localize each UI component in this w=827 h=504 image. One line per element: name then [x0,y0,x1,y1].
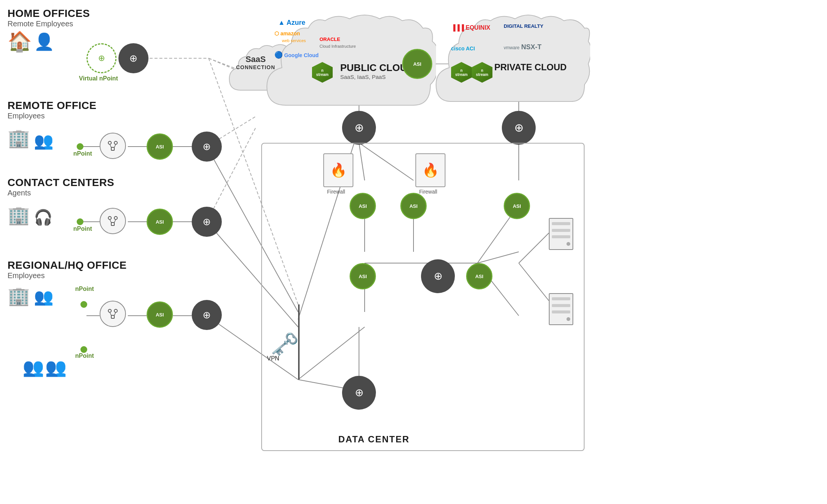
virtual-npoint-circle: ⊕ [86,43,117,73]
server-top [549,218,573,250]
svg-line-43 [110,144,111,147]
house-icon: 🏠 [8,30,32,53]
router-hq: ⊕ [192,300,222,330]
person-icon: 👤 [34,32,55,51]
vpn-key-icon: 🗝️ [271,331,299,357]
remote-npoint-label: nPoint [73,150,92,157]
regional-hq-section: REGIONAL/HQ OFFICE Employees [8,259,127,280]
headset-icon: 🎧 [34,209,53,226]
azure-brand: ▲ Azure [278,19,305,27]
datacenter-label: DATA CENTER [338,434,410,445]
asi-dc-center-bottom: ASI [350,263,376,289]
asi-public-cloud: ASI [402,49,432,79]
asi-dc-fr-label: ASI [513,203,521,209]
equinix-brand: ▐▐▐ EQUINIX [451,24,490,31]
home-offices-title: HOME OFFICES [8,8,90,20]
contact-npoint-dot [77,218,83,225]
router-public-cloud: ⊕ [342,111,376,145]
server-bottom [549,293,573,325]
asi-label-contact: ASI [156,219,164,225]
digital-realty-brand: DIGITAL REALTY [504,23,543,29]
private-cloud-title: PRIVATE CLOUD [494,62,566,73]
group-hq-icon: 👥 [34,288,53,306]
regional-hq-title: REGIONAL/HQ OFFICE [8,259,127,271]
crosshair-private-icon: ⊕ [514,122,524,133]
home-offices-subtitle: Remote Employees [8,20,90,28]
crosshair-contact-icon: ⊕ [203,217,211,227]
crosshair-dc-bottom-icon: ⊕ [355,387,364,398]
firewall-right-box: 🔥 [415,153,445,187]
router-private-cloud: ⊕ [502,111,536,145]
building-hq-icon: 🏢 [8,286,30,307]
asi-label-public: ASI [413,61,421,67]
asi-dc-lu-label: ASI [359,203,367,209]
asi-label-hq: ASI [156,312,164,318]
firewall-left-box: 🔥 [323,153,353,187]
svg-rect-52 [111,315,114,318]
switch-remote [100,133,126,159]
flame-left-icon: 🔥 [330,162,347,178]
contact-npoint-label: nPoint [73,226,92,232]
svg-point-46 [114,216,117,219]
asi-dc-left-upper: ASI [350,193,376,219]
switch-contact [100,208,126,234]
crosshair-remote-icon: ⊕ [203,142,211,151]
private-cloud-name: PRIVATE CLOUD [494,62,566,73]
group-remote-icon: 👥 [34,132,53,150]
router-remote: ⊕ [192,132,222,162]
asi-dc-right-upper: ASI [400,193,427,219]
svg-line-54 [114,312,116,315]
asi-dc-rl-label: ASI [475,274,483,279]
asi-dc-right-lower: ASI [466,263,492,289]
regional-hq-subtitle: Employees [8,271,127,280]
svg-point-41 [114,141,117,144]
remote-office-subtitle: Employees [8,112,97,120]
asi-label-remote: ASI [156,144,164,150]
firewall-right-label: Firewall [419,189,437,195]
flame-right-icon: 🔥 [422,162,439,178]
firewall-left-label: Firewall [327,189,345,195]
google-brand: 🔵 Google Cloud [274,51,319,59]
hq-npoint-dot-top [80,301,87,308]
asi-contact: ASI [147,209,173,235]
svg-line-53 [110,312,111,315]
router-dc-center: ⊕ [421,259,455,293]
router-dc-bottom: ⊕ [342,376,376,410]
remote-office-section: REMOTE OFFICE Employees [8,100,97,120]
asi-hq: ASI [147,301,173,328]
svg-line-48 [110,219,111,222]
home-offices-section: HOME OFFICES Remote Employees [8,8,90,28]
svg-point-45 [108,216,111,219]
crosshair-public-icon: ⊕ [354,122,364,133]
router-contact: ⊕ [192,207,222,237]
contact-centers-title: CONTACT CENTERS [8,177,114,189]
svg-line-44 [114,144,116,147]
vpn-text: VPN [267,355,279,362]
crosshair-icon: ⊕ [129,53,138,63]
virtual-npoint-label: Virtual nPoint [79,75,118,82]
svg-line-49 [114,219,116,222]
asi-dc-cb-label: ASI [359,274,367,279]
cisco-brand: cisco ACI [451,45,475,52]
public-cloud-subtitle: SaaS, IaaS, PaaS [340,74,414,80]
crosshair-dc-icon: ⊕ [434,271,442,282]
svg-point-50 [108,309,111,312]
building-contact-icon: 🏢 [8,205,30,226]
hq-npoint-label-bottom: nPoint [75,353,94,359]
hq-npoint-label-top: nPoint [75,286,94,292]
remote-npoint-dot [77,143,83,150]
vmware-brand: vmware NSX-T [504,43,541,51]
contact-centers-subtitle: Agents [8,189,114,197]
oracle-brand: ORACLE Cloud Infrastructure [320,36,356,49]
svg-rect-47 [111,222,114,226]
hq-npoint-dot-bottom [80,346,87,353]
group-hq-bottom2-icon: 👥 [45,357,67,377]
group-hq-bottom-icon: 👥 [23,357,44,377]
svg-rect-42 [111,147,114,150]
building-remote-icon: 🏢 [8,128,30,149]
asi-remote: ASI [147,133,173,160]
remote-office-title: REMOTE OFFICE [8,100,97,112]
crosshair-hq-icon: ⊕ [203,310,211,320]
asi-dc-far-right: ASI [504,193,530,219]
home-office-router: ⊕ [118,43,148,73]
